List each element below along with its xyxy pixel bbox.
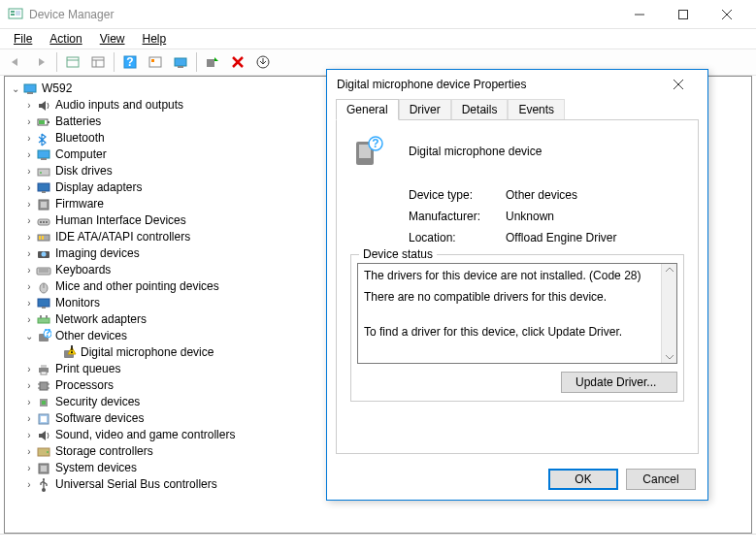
expand-icon[interactable]: › xyxy=(22,394,36,410)
location-value: Offload Engine Driver xyxy=(506,231,617,244)
tab-events[interactable]: Events xyxy=(508,99,565,119)
expand-icon[interactable]: › xyxy=(22,196,36,212)
tree-node-label: Mice and other pointing devices xyxy=(55,278,219,295)
svg-rect-8 xyxy=(67,57,79,67)
expand-icon[interactable]: ⌄ xyxy=(22,328,36,344)
toolbar-button-2[interactable] xyxy=(86,51,110,73)
menu-view[interactable]: View xyxy=(92,30,133,48)
toolbar-button-1[interactable] xyxy=(61,51,84,73)
cancel-button[interactable]: Cancel xyxy=(626,469,696,490)
dialog-title: Digital microphone device Properties xyxy=(337,78,659,91)
network-icon xyxy=(36,312,51,328)
software-icon xyxy=(36,411,51,427)
svg-rect-27 xyxy=(39,120,45,124)
toolbar-button-4[interactable] xyxy=(169,51,192,73)
expand-icon[interactable]: › xyxy=(22,460,36,476)
close-button[interactable] xyxy=(705,0,748,29)
svg-point-76 xyxy=(42,488,46,492)
tree-node-label: IDE ATA/ATAPI controllers xyxy=(55,229,190,245)
scan-hardware-button[interactable] xyxy=(201,51,224,73)
svg-rect-2 xyxy=(11,14,15,16)
svg-point-38 xyxy=(43,221,45,223)
device-type-value: Other devices xyxy=(506,188,577,202)
computer-icon xyxy=(36,147,51,163)
update-button[interactable] xyxy=(251,51,275,73)
manufacturer-value: Unknown xyxy=(506,210,554,223)
bluetooth-icon xyxy=(36,131,51,146)
expand-icon[interactable]: ⌄ xyxy=(9,81,22,97)
battery-icon xyxy=(36,114,51,130)
svg-rect-42 xyxy=(42,236,44,240)
other-icon: ? xyxy=(36,329,51,344)
properties-dialog: Digital microphone device Properties Gen… xyxy=(326,69,708,501)
expand-icon[interactable]: › xyxy=(22,410,36,427)
dialog-titlebar[interactable]: Digital microphone device Properties xyxy=(327,70,707,99)
back-button[interactable] xyxy=(4,51,27,73)
tab-details[interactable]: Details xyxy=(451,99,509,119)
svg-rect-29 xyxy=(41,158,47,160)
expand-icon[interactable]: › xyxy=(22,97,36,114)
system-icon xyxy=(36,461,51,476)
expand-icon[interactable]: › xyxy=(22,163,36,179)
minimize-button[interactable] xyxy=(617,0,661,29)
expand-icon[interactable]: › xyxy=(22,361,36,377)
expand-icon[interactable]: › xyxy=(22,427,36,443)
expand-icon[interactable]: › xyxy=(22,262,36,278)
tab-general[interactable]: General xyxy=(336,99,399,120)
ok-button[interactable]: OK xyxy=(548,469,618,490)
expand-icon[interactable]: › xyxy=(22,229,36,245)
update-driver-button[interactable]: Update Driver... xyxy=(561,372,677,393)
dialog-close-button[interactable] xyxy=(659,70,698,99)
svg-rect-30 xyxy=(38,169,49,176)
expand-icon[interactable]: › xyxy=(22,114,36,130)
warning-icon: ! xyxy=(61,345,77,361)
forward-button[interactable] xyxy=(29,51,52,73)
expand-icon[interactable]: › xyxy=(22,130,36,146)
svg-text:?: ? xyxy=(372,137,378,150)
svg-rect-69 xyxy=(42,401,46,405)
svg-point-73 xyxy=(47,451,49,453)
print-icon xyxy=(36,362,51,377)
expand-icon[interactable]: › xyxy=(22,476,36,493)
keyboard-icon xyxy=(36,263,51,278)
expand-icon[interactable]: › xyxy=(22,443,36,460)
expand-icon[interactable]: › xyxy=(22,146,36,163)
expand-icon[interactable]: › xyxy=(22,295,36,311)
tree-node-label: System devices xyxy=(55,460,137,476)
mouse-icon xyxy=(36,279,51,295)
svg-text:!: ! xyxy=(70,345,74,356)
tree-node-label: Keyboards xyxy=(55,262,111,278)
tree-node-label: Print queues xyxy=(55,361,120,377)
expand-icon[interactable]: › xyxy=(22,311,36,328)
tree-node-label: Audio inputs and outputs xyxy=(55,97,183,114)
tab-driver[interactable]: Driver xyxy=(399,99,451,119)
expand-icon[interactable]: › xyxy=(22,377,36,394)
monitor-icon xyxy=(36,296,51,311)
maximize-button[interactable] xyxy=(661,0,705,29)
expand-icon[interactable]: › xyxy=(22,245,36,262)
svg-rect-54 xyxy=(46,315,48,318)
expand-icon[interactable]: › xyxy=(22,212,36,229)
status-line-2: There are no compatible drivers for this… xyxy=(364,289,671,305)
device-status-textbox[interactable]: The drivers for this device are not inst… xyxy=(357,263,677,364)
status-scrollbar[interactable] xyxy=(661,264,676,363)
security-icon xyxy=(36,395,51,410)
menu-action[interactable]: Action xyxy=(42,30,89,48)
svg-text:?: ? xyxy=(44,329,50,340)
tree-node-label: Security devices xyxy=(55,394,140,410)
expand-icon[interactable]: › xyxy=(22,278,36,295)
disk-icon xyxy=(36,164,51,179)
svg-rect-53 xyxy=(40,315,42,318)
dialog-tabbar: General Driver Details Events xyxy=(336,99,699,120)
expand-icon[interactable]: › xyxy=(22,179,36,196)
tree-node-label: Network adapters xyxy=(55,311,147,328)
menubar: File Action View Help xyxy=(0,29,756,49)
help-button[interactable]: ? xyxy=(118,51,142,73)
svg-rect-26 xyxy=(48,121,49,123)
device-name-label: Digital microphone device xyxy=(409,145,542,158)
menu-help[interactable]: Help xyxy=(135,30,175,48)
menu-file[interactable]: File xyxy=(6,30,40,48)
toolbar-button-3[interactable] xyxy=(144,51,167,73)
uninstall-button[interactable] xyxy=(226,51,249,73)
usb-icon xyxy=(36,477,51,493)
